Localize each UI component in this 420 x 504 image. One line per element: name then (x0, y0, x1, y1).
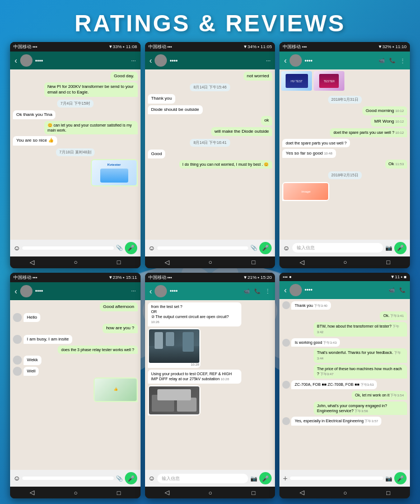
msg-4-7: Well (24, 367, 39, 376)
nav-recent-6[interactable]: □ (386, 489, 390, 496)
msg-2-7: I do thing you can not worried, I must t… (179, 160, 273, 169)
received-row-4-1: Hello (13, 313, 138, 322)
menu-icon-3[interactable]: ⋮ (400, 58, 405, 64)
back-arrow-5[interactable]: ‹ (150, 287, 152, 296)
chat-input-3[interactable]: 输入信息 (292, 243, 383, 253)
phone-icon-6[interactable]: 📞 (399, 287, 405, 293)
msg-3-5: Yes so far so good 10:48 (282, 149, 335, 158)
msg-2-6: Good (148, 150, 166, 158)
back-arrow-3[interactable]: ‹ (284, 56, 287, 65)
chat-header-6: ‹ •••• 📹 📞 (279, 281, 410, 299)
phone-screen-4: 中国移动 ▪▪▪ ▼23% ▪ 15:11 ‹ •••• ··· Good af… (10, 273, 141, 499)
chat-input-4[interactable] (22, 477, 113, 480)
msg-6-10: Yes, especially in Electrical Engineerin… (291, 417, 381, 426)
msg-6-5: That's wonderful. Thanks for your feedba… (314, 348, 407, 363)
emoji-icon-1[interactable]: ☺ (13, 244, 20, 252)
nav-home-6[interactable]: ○ (343, 489, 347, 496)
received-row-6-2: Is working good 下午3:43 (282, 338, 407, 347)
msg-3-2: MR Wong 10:12 (371, 117, 407, 126)
received-row-6-4: Yes, especially in Electrical Engineerin… (282, 417, 407, 426)
attach-icon-1[interactable]: 📎 (116, 245, 123, 251)
nav-back-4[interactable]: ◁ (30, 489, 34, 496)
mic-button-4[interactable]: 🎤 (125, 472, 137, 484)
nav-back-3[interactable]: ◁ (300, 259, 304, 266)
msg-4-6: Wekk (24, 356, 41, 365)
chat-body-4: Good afternoon Hello how are you ? I am … (10, 300, 141, 470)
mic-button-2[interactable]: 🎤 (259, 242, 272, 254)
avatar-1 (20, 54, 32, 67)
date-2-1: 8月14日 下午15:46 (190, 83, 230, 91)
chat-body-1: Good day. New PI for 200KV transformer b… (10, 69, 141, 240)
emoji-icon-3[interactable]: ☺ (283, 244, 290, 252)
back-arrow-6[interactable]: ‹ (284, 286, 287, 295)
header-icons-2: ··· (266, 58, 270, 64)
back-arrow-1[interactable]: ‹ (15, 56, 17, 65)
emoji-icon-2[interactable]: ☺ (148, 244, 155, 252)
avatar-6 (290, 284, 302, 296)
msg-2-3: Diode should be outside (148, 105, 203, 114)
msg-6-8: Ok, let mi work on it 下午3:54 (352, 391, 407, 400)
avatar-3 (290, 54, 302, 67)
chat-header-1: ‹ •••• ··· (10, 52, 141, 69)
video-icon-6[interactable]: 📹 (389, 287, 395, 293)
camera-icon-5[interactable]: 📷 (250, 475, 257, 482)
msg-2-4: ok (261, 116, 272, 125)
msg-5-2: Using your product to test OCEF, REF & H… (148, 370, 241, 384)
add-icon-6[interactable]: + (283, 474, 287, 483)
phone-icon-3[interactable]: 📞 (389, 58, 395, 63)
nav-recent-1[interactable]: □ (117, 259, 121, 265)
msg-4-img: 👍 (94, 377, 138, 402)
msg-4-5: does the 3 phase relay tester works well… (58, 346, 137, 354)
chat-input-bar-2: ☺ 📎 🎤 (145, 240, 276, 256)
chat-body-5: from the test set ?OR② The output curren… (145, 300, 276, 470)
nav-recent-2[interactable]: □ (251, 259, 255, 265)
contact-name-2: •••• (170, 58, 263, 64)
mic-button-3[interactable]: 🎤 (394, 242, 407, 254)
video-icon-5[interactable]: 📹 (244, 288, 250, 294)
back-arrow-2[interactable]: ‹ (150, 56, 152, 65)
nav-recent-4[interactable]: □ (117, 489, 121, 496)
back-arrow-4[interactable]: ‹ (15, 287, 17, 296)
camera-icon-3[interactable]: 📷 (385, 245, 392, 251)
nav-back-5[interactable]: ◁ (165, 489, 169, 496)
phone-screen-5: 中国移动 ▪▪▪ ▼21% ▪ 15:20 ‹ •••• 📹 📞 ⋮ from … (145, 273, 276, 499)
attach-icon-2[interactable]: 📎 (250, 245, 257, 251)
mic-button-5[interactable]: 🎤 (259, 472, 272, 484)
msg-6-1: Thank you 下午3:40 (291, 301, 330, 310)
mic-button-1[interactable]: 🎤 (125, 242, 137, 254)
nav-back-2[interactable]: ◁ (165, 259, 169, 266)
nav-home-2[interactable]: ○ (208, 259, 212, 265)
received-row-4-2: I am busy, I am insite (13, 335, 138, 344)
msg-2-5: will make the Diode outside (211, 127, 272, 136)
phone-icon-5[interactable]: 📞 (254, 288, 260, 294)
nav-home-3[interactable]: ○ (343, 259, 347, 265)
date-1-2: 7月18日 某时48刻 (56, 148, 94, 156)
attach-icon-4[interactable]: 📎 (116, 475, 123, 482)
nav-home-1[interactable]: ○ (74, 259, 78, 265)
camera-icon-6[interactable]: 📷 (385, 475, 392, 482)
msg-6-9: John, what's your company engaged in? En… (314, 402, 407, 416)
nav-back-6[interactable]: ◁ (300, 489, 304, 496)
msg-3-1: Good morning 10:12 (362, 106, 407, 115)
emoji-icon-4[interactable]: ☺ (13, 474, 20, 482)
header-call-icons-5: 📹 📞 ⋮ (244, 288, 270, 294)
chat-input-2[interactable] (157, 246, 248, 250)
chat-input-bar-3: ☺ 输入信息 📷 🎤 (279, 240, 410, 256)
nav-home-4[interactable]: ○ (74, 489, 78, 496)
chat-body-2: not worried 8月14日 下午15:46 Thank you Diod… (145, 69, 276, 240)
msg-1-4: 😊 can let you and your customer satisfie… (44, 121, 138, 134)
emoji-icon-5[interactable]: ☺ (148, 474, 155, 482)
status-bar-2: 中国移动 ▪▪▪ ▼34% ▪ 11:05 (145, 42, 276, 52)
nav-back-1[interactable]: ◁ (30, 259, 34, 266)
nav-recent-5[interactable]: □ (251, 489, 255, 496)
chat-input-6[interactable] (290, 477, 383, 480)
video-icon-3[interactable]: 📹 (379, 58, 385, 63)
chat-input-5[interactable]: 输入信息 (157, 474, 248, 483)
menu-icon-5[interactable]: ⋮ (265, 288, 270, 294)
mic-button-6[interactable]: 🎤 (394, 472, 407, 484)
msg-2-2: Thank you (148, 94, 175, 103)
chat-input-1[interactable] (22, 246, 113, 250)
nav-home-5[interactable]: ○ (208, 489, 212, 496)
nav-recent-3[interactable]: □ (386, 259, 390, 265)
msg-2-1: not worried (244, 72, 273, 81)
